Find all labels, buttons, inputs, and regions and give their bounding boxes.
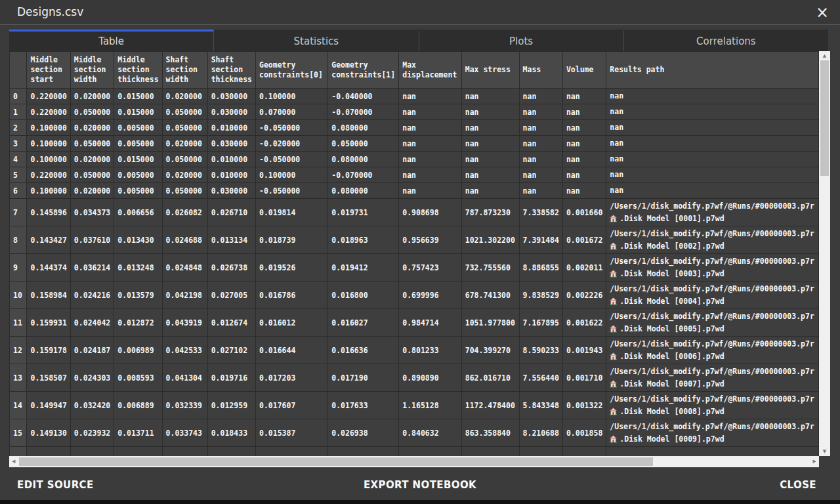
- row-index-cell: 9: [10, 254, 27, 282]
- tab-correlations[interactable]: Correlations: [624, 30, 828, 51]
- tab-plots[interactable]: Plots: [419, 30, 624, 51]
- scroll-right-icon[interactable]: ▶: [813, 456, 816, 467]
- data-cell: 0.050000: [70, 104, 114, 120]
- vertical-scrollbar[interactable]: ▲ ▼: [819, 51, 830, 456]
- data-cell: 0.019731: [328, 199, 399, 226]
- data-cell: 0.001943: [562, 337, 606, 364]
- model-file-name: .Disk Model [0006].p7wd: [620, 350, 724, 362]
- data-cell: 0.001547: [562, 447, 606, 457]
- data-cell: 0.050000: [70, 167, 114, 183]
- data-cell: 0.757423: [399, 254, 462, 282]
- model-file-row: .Disk Model [0008].p7wd: [610, 406, 815, 417]
- row-index-cell: 4: [10, 152, 27, 167]
- data-cell: 0.020000: [162, 136, 207, 152]
- scroll-down-icon[interactable]: ▼: [819, 449, 830, 454]
- data-cell: nan: [562, 89, 606, 104]
- path-text: nan: [610, 153, 815, 165]
- scroll-left-icon[interactable]: ◀: [12, 456, 15, 467]
- data-cell: 0.100000: [255, 167, 327, 183]
- export-notebook-button[interactable]: EXPORT NOTEBOOK: [364, 479, 476, 491]
- column-header: Max displacement: [399, 52, 462, 89]
- data-cell: nan: [399, 120, 462, 136]
- close-icon[interactable]: ×: [811, 3, 833, 22]
- data-cell: 0.005000: [114, 167, 162, 183]
- data-cell: 0.012872: [114, 309, 162, 337]
- column-header: Middle section start: [27, 52, 70, 89]
- data-cell: 0.100000: [255, 89, 327, 104]
- data-cell: 0.840632: [399, 419, 462, 447]
- data-cell: 0.006989: [114, 337, 162, 364]
- home-icon: [610, 297, 617, 305]
- data-cell: 0.100000: [27, 120, 70, 136]
- data-cell: 0.018739: [255, 226, 327, 254]
- data-cell: 0.002011: [562, 254, 606, 282]
- data-cell: 0.012959: [207, 392, 255, 419]
- table-row: 140.1499470.0324200.0068890.0323390.0129…: [10, 392, 819, 419]
- data-cell: 9.838529: [519, 282, 562, 309]
- home-icon: [610, 352, 617, 360]
- row-index-cell: 10: [10, 282, 27, 309]
- table-row: 70.1458960.0343730.0066560.0260820.02671…: [10, 199, 819, 226]
- data-cell: 8.590233: [519, 337, 562, 364]
- data-cell: 704.399270: [461, 337, 519, 364]
- vertical-scroll-thumb[interactable]: [820, 60, 829, 176]
- data-cell: nan: [461, 167, 519, 183]
- path-text: /Users/1/disk_modify.p7wf/@Runs/#0000000…: [610, 200, 815, 212]
- close-button[interactable]: CLOSE: [780, 479, 816, 491]
- results-path-cell: /Users/1/disk_modify.p7wf/@Runs/#0000000…: [606, 364, 819, 392]
- column-header: Middle section width: [70, 52, 114, 89]
- table-row: 130.1585070.0243030.0085930.0413040.0197…: [10, 364, 819, 392]
- table-row: 150.1491300.0239320.0137110.0337430.0184…: [10, 419, 819, 447]
- row-index-cell: 5: [10, 167, 27, 183]
- data-cell: -0.070000: [328, 167, 399, 183]
- data-cell: 0.041431: [70, 447, 114, 457]
- row-index-cell: 15: [10, 419, 27, 447]
- path-text: nan: [610, 169, 815, 180]
- data-cell: 0.037610: [70, 226, 114, 254]
- data-cell: 0.024216: [70, 282, 114, 309]
- data-cell: 0.016786: [255, 282, 327, 309]
- data-cell: nan: [399, 136, 462, 152]
- horizontal-scrollbar[interactable]: ◀ ▶: [9, 456, 819, 467]
- data-cell: 0.016115: [255, 447, 327, 457]
- data-cell: 0.016636: [328, 337, 399, 364]
- row-index-cell: 16: [10, 447, 27, 457]
- data-cell: nan: [519, 104, 562, 120]
- data-cell: 0.017190: [328, 364, 399, 392]
- row-index-cell: 2: [10, 120, 27, 136]
- data-cell: 0.005000: [114, 183, 162, 199]
- model-file-name: .Disk Model [0007].p7wd: [620, 378, 724, 390]
- results-path-cell: /Users/1/disk_modify.p7wf/@Runs/#0000000…: [606, 282, 819, 309]
- table-body: 00.2200000.0200000.0150000.0200000.03000…: [10, 89, 819, 457]
- edit-source-button[interactable]: EDIT SOURCE: [17, 479, 94, 491]
- data-cell: 0.002226: [562, 282, 606, 309]
- model-file-name: .Disk Model [0004].p7wd: [620, 295, 724, 307]
- data-cell: 0.080000: [328, 152, 399, 167]
- data-cell: 0.030000: [207, 104, 255, 120]
- data-cell: 0.032420: [70, 392, 114, 419]
- data-cell: nan: [519, 120, 562, 136]
- data-cell: 0.019814: [255, 199, 327, 226]
- data-cell: 0.017607: [255, 392, 327, 419]
- horizontal-scroll-thumb[interactable]: [19, 457, 653, 466]
- scroll-up-icon[interactable]: ▲: [819, 53, 830, 58]
- tab-statistics[interactable]: Statistics: [214, 30, 419, 51]
- data-cell: 0.018433: [207, 419, 255, 447]
- table-row: 50.2200000.0500000.0050000.0200000.01000…: [10, 167, 819, 183]
- results-path-cell: /Users/1/disk_modify.p7wf/@Runs/#0000000…: [606, 254, 819, 282]
- table-row: 10.2200000.0500000.0150000.0500000.03000…: [10, 104, 819, 120]
- column-header: Geometry constraints[1]: [328, 52, 399, 89]
- model-file-name: .Disk Model [0002].p7wd: [620, 240, 724, 252]
- data-cell: 0.015000: [114, 89, 162, 104]
- column-header: Volume: [562, 52, 606, 89]
- data-cell: nan: [399, 167, 462, 183]
- home-icon: [610, 215, 617, 222]
- data-cell: 0.033743: [162, 419, 207, 447]
- data-cell: nan: [562, 152, 606, 167]
- data-cell: 0.012674: [207, 309, 255, 337]
- tab-table[interactable]: Table: [9, 30, 214, 51]
- data-cell: 0.001322: [562, 392, 606, 419]
- results-path-cell: nan: [606, 183, 819, 199]
- data-cell: 0.030000: [207, 183, 255, 199]
- data-cell: nan: [519, 89, 562, 104]
